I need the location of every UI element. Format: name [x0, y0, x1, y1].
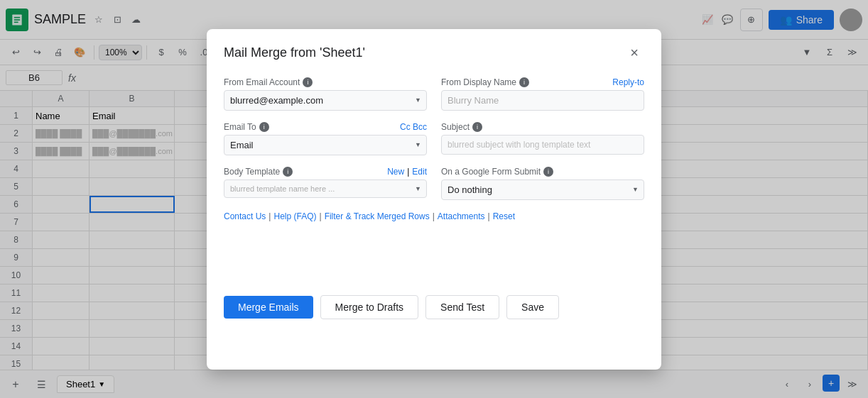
- help-faq-link[interactable]: Help (FAQ): [273, 211, 316, 221]
- from-email-select[interactable]: blurred@example.com: [224, 90, 427, 111]
- email-to-select[interactable]: Email: [224, 135, 427, 155]
- body-template-select-wrapper: blurred template name here ...: [224, 179, 427, 198]
- from-email-info-icon[interactable]: i: [303, 77, 313, 87]
- sep-3: |: [433, 211, 435, 221]
- footer-links: Contact Us | Help (FAQ) | Filter & Track…: [224, 211, 644, 221]
- attachments-link[interactable]: Attachments: [438, 211, 485, 221]
- google-form-label: On a Google Form Submit i: [441, 167, 644, 177]
- modal-spacer: [224, 238, 644, 295]
- new-template-link[interactable]: New: [387, 167, 404, 177]
- sep-4: |: [488, 211, 490, 221]
- from-email-label-text: From Email Account: [224, 77, 300, 87]
- from-display-input[interactable]: [441, 90, 644, 111]
- modal-header: Mail Merge from 'Sheet1' ×: [207, 29, 661, 72]
- subject-label: Subject i: [441, 122, 644, 132]
- modal-body: From Email Account i blurred@example.com…: [207, 72, 661, 333]
- subject-input[interactable]: [441, 135, 644, 155]
- do-nothing-select-wrapper: Do nothing: [441, 179, 644, 200]
- link-separator: |: [407, 167, 409, 177]
- from-display-info-icon[interactable]: i: [519, 77, 529, 87]
- new-edit-links: New | Edit: [387, 167, 427, 177]
- subject-group: Subject i: [441, 122, 644, 155]
- merge-drafts-button[interactable]: Merge to Drafts: [320, 295, 418, 319]
- subject-info-icon[interactable]: i: [472, 122, 482, 132]
- send-test-button[interactable]: Send Test: [425, 295, 499, 319]
- body-template-info-icon[interactable]: i: [283, 167, 293, 177]
- contact-us-link[interactable]: Contact Us: [224, 211, 266, 221]
- action-buttons: Merge Emails Merge to Drafts Send Test S…: [224, 295, 644, 319]
- sep-1: |: [268, 211, 271, 221]
- subject-label-text: Subject: [441, 122, 470, 132]
- body-template-group: Body Template i New | Edit blurred templ…: [224, 167, 427, 200]
- email-to-group: Email To i Cc Bcc Email: [224, 122, 427, 155]
- reset-link[interactable]: Reset: [493, 211, 515, 221]
- body-template-label-row: Body Template i New | Edit: [224, 167, 427, 177]
- from-email-group: From Email Account i blurred@example.com: [224, 77, 427, 111]
- google-form-info-icon[interactable]: i: [543, 167, 553, 177]
- modal-overlay[interactable]: Mail Merge from 'Sheet1' × From Email Ac…: [0, 0, 868, 398]
- save-button[interactable]: Save: [506, 295, 559, 319]
- from-email-select-wrapper: blurred@example.com: [224, 90, 427, 111]
- email-to-label-row: Email To i Cc Bcc: [224, 122, 427, 132]
- filter-track-link[interactable]: Filter & Track Merged Rows: [325, 211, 430, 221]
- modal-title: Mail Merge from 'Sheet1': [224, 45, 365, 60]
- modal-close-button[interactable]: ×: [624, 43, 644, 63]
- body-template-label: Body Template i: [224, 167, 293, 177]
- from-display-group: From Display Name i Reply-to: [441, 77, 644, 111]
- from-email-label: From Email Account i: [224, 77, 427, 87]
- do-nothing-select[interactable]: Do nothing: [441, 179, 644, 200]
- from-display-label-row: From Display Name i Reply-to: [441, 77, 644, 87]
- email-to-label-text: Email To: [224, 122, 256, 132]
- body-template-label-text: Body Template: [224, 167, 280, 177]
- email-to-info-icon[interactable]: i: [259, 122, 269, 132]
- google-form-group: On a Google Form Submit i Do nothing: [441, 167, 644, 200]
- from-display-label: From Display Name i: [441, 77, 529, 87]
- merge-emails-button[interactable]: Merge Emails: [224, 296, 313, 319]
- form-row-1: From Email Account i blurred@example.com…: [224, 77, 644, 111]
- form-row-2: Email To i Cc Bcc Email Subject i: [224, 122, 644, 155]
- mail-merge-modal: Mail Merge from 'Sheet1' × From Email Ac…: [207, 29, 661, 370]
- sep-2: |: [320, 211, 322, 221]
- email-to-select-wrapper: Email: [224, 135, 427, 155]
- edit-template-link[interactable]: Edit: [412, 167, 427, 177]
- reply-to-link[interactable]: Reply-to: [612, 77, 644, 87]
- form-row-3: Body Template i New | Edit blurred templ…: [224, 167, 644, 200]
- from-display-label-text: From Display Name: [441, 77, 516, 87]
- body-template-select[interactable]: blurred template name here ...: [224, 179, 427, 198]
- google-form-label-text: On a Google Form Submit: [441, 167, 541, 177]
- email-to-label: Email To i: [224, 122, 269, 132]
- cc-bcc-link[interactable]: Cc Bcc: [400, 122, 427, 132]
